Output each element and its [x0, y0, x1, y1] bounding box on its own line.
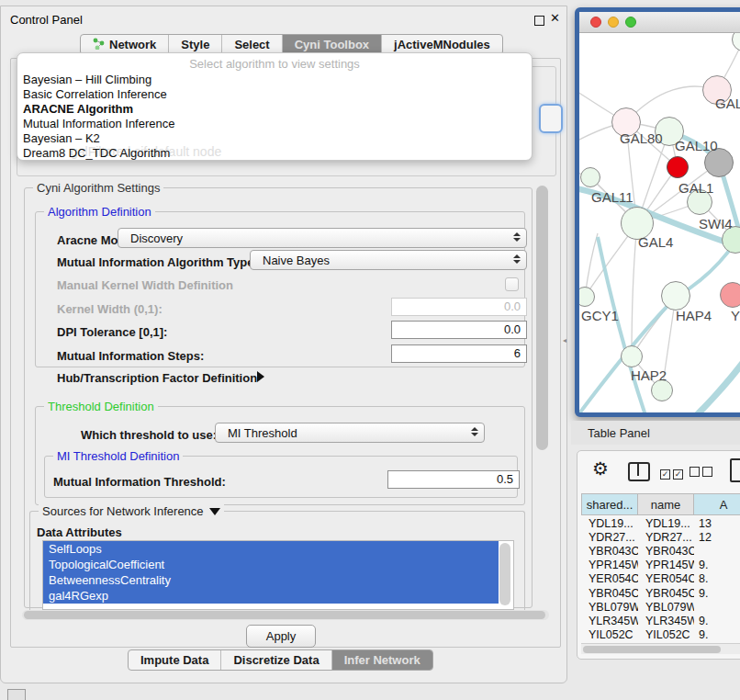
node-gal11[interactable] [580, 167, 600, 187]
table-cell[interactable]: YPR145W [638, 559, 694, 571]
columns-icon[interactable] [628, 462, 650, 481]
hub-definition-label: Hub/Transcription Factor Definition [57, 371, 257, 385]
mi-type-combo[interactable]: Naive Bayes [250, 250, 527, 270]
node-label-y: Y [731, 308, 740, 323]
close-icon[interactable]: ✕ [550, 11, 560, 25]
table-row[interactable]: YLR345WYLR345W9. [581, 614, 740, 627]
apply-button[interactable]: Apply [246, 625, 316, 648]
attribute-item[interactable]: BetweennessCentrality [43, 572, 499, 588]
table-cell[interactable]: YDR27... [638, 531, 694, 544]
tab-label: Select [234, 38, 269, 51]
tab-label: Cyni Toolbox [295, 38, 369, 51]
table-cell[interactable]: YPR145W [581, 559, 638, 571]
gear-icon[interactable]: ⚙ [592, 457, 609, 480]
table-panel-titlebar: Table Panel [571, 421, 740, 445]
node-hap4[interactable] [661, 281, 690, 310]
scrollbar-thumb[interactable] [583, 646, 721, 653]
dpi-tolerance-field[interactable]: 0.0 [391, 321, 527, 339]
scrollbar-thumb[interactable] [24, 611, 545, 619]
table-cell[interactable]: 9. [694, 587, 740, 600]
float-window-icon[interactable] [534, 16, 544, 26]
table-cell[interactable]: 8. [694, 572, 740, 585]
table-cell[interactable]: YBL079W [581, 601, 638, 614]
table-cell[interactable]: 9. [694, 615, 740, 627]
list-scrollbar[interactable] [499, 543, 510, 605]
tab-style[interactable]: Style [168, 35, 221, 54]
attribute-item[interactable]: SelfLoops [43, 541, 499, 557]
table-cell[interactable]: YER054C [581, 572, 638, 585]
column-header-shared[interactable]: shared... [581, 493, 638, 515]
table-cell[interactable]: YBR045C [638, 587, 694, 600]
table-cell[interactable]: YER054C [638, 572, 694, 585]
network-canvas[interactable]: GALGAL80GAL10GAL11GAL1SWI4GAL4GCY1HAP4YH… [579, 33, 740, 412]
table-cell[interactable]: 9. [694, 559, 740, 571]
zoom-traffic-light[interactable] [625, 17, 636, 28]
algorithm-option[interactable]: Mutual Information Inference [17, 117, 532, 131]
which-threshold-label: Which threshold to use: [81, 428, 217, 442]
table-horizontal-scrollbar[interactable] [581, 643, 740, 654]
splitter-handle-icon[interactable]: ◂ [563, 336, 566, 344]
table-row[interactable]: YBL079WYBL079W [581, 600, 740, 614]
table-row[interactable]: YBR045CYBR045C9. [581, 586, 740, 600]
table-cell[interactable]: YLR345W [581, 615, 638, 627]
table-cell[interactable]: YDL19... [581, 517, 638, 530]
table-cell[interactable]: YBR043C [638, 545, 694, 558]
column-header-name[interactable]: name [637, 493, 694, 515]
settings-vertical-scrollbar[interactable] [536, 186, 548, 450]
algorithm-option[interactable]: Bayesian – Hill Climbing [17, 73, 532, 87]
attribute-item[interactable]: TopologicalCoefficient [43, 557, 499, 572]
expand-right-icon[interactable] [257, 371, 264, 382]
table-cell[interactable]: YDR27... [581, 531, 638, 544]
node-label-hap2: HAP2 [631, 367, 667, 383]
mi-threshold-field[interactable]: 0.5 [387, 470, 520, 489]
algorithm-option[interactable]: Basic Correlation Inference [17, 87, 532, 102]
sources-title-row[interactable]: Sources for Network Inference [39, 504, 224, 518]
select-all-checkboxes-icon[interactable]: ✓✓ [660, 464, 686, 480]
table-cell[interactable]: YLR345W [638, 615, 694, 627]
table-row[interactable]: YPR145WYPR145W9. [581, 559, 740, 572]
mi-threshold-label: Mutual Information Threshold: [53, 475, 226, 489]
minimize-traffic-light[interactable] [608, 17, 619, 28]
table-cell[interactable]: YIL052C [581, 628, 638, 641]
algorithm-option[interactable]: Dream8 DC_TDC Algorithm [17, 146, 532, 161]
bottom-tab-label: Discretize Data [233, 653, 319, 667]
bottom-tab-impute-data[interactable]: Impute Data [129, 650, 220, 670]
table-row[interactable]: YIL052CYIL052C9. [581, 628, 740, 642]
aracne-mode-combo[interactable]: Discovery [118, 228, 527, 248]
table-cell[interactable]: YDL19... [638, 517, 694, 530]
tab-jactivemnodules[interactable]: jActiveMNodules [381, 35, 502, 54]
tab-select[interactable]: Select [221, 35, 281, 54]
network-window-titlebar[interactable] [579, 12, 740, 33]
algorithm-option[interactable]: Bayesian – K2 [17, 131, 532, 146]
node-red[interactable] [667, 156, 689, 178]
tab-network[interactable]: Network [81, 35, 168, 54]
table-row[interactable]: YER054CYER054C8. [581, 572, 740, 586]
tab-label: Network [109, 38, 156, 51]
mi-steps-field[interactable]: 6 [391, 344, 527, 363]
settings-horizontal-scrollbar[interactable] [22, 610, 549, 620]
column-header-A[interactable]: A [693, 493, 740, 515]
data-attributes-label: Data Attributes [37, 525, 122, 539]
table-cell[interactable]: YBR045C [581, 587, 638, 600]
bottom-tab-discretize-data[interactable]: Discretize Data [220, 650, 331, 670]
table-cell[interactable]: YIL052C [638, 628, 694, 641]
tab-cyni-toolbox[interactable]: Cyni Toolbox [282, 35, 381, 54]
table-cell[interactable]: 12 [694, 531, 740, 544]
table-cell[interactable]: YBR043C [581, 545, 638, 558]
document-icon[interactable] [730, 458, 740, 482]
table-cell[interactable]: 9. [694, 628, 740, 641]
table-cell[interactable]: YBL079W [638, 601, 694, 614]
deselect-all-checkboxes-icon[interactable] [690, 464, 715, 480]
minimized-panel-chip[interactable] [7, 689, 26, 700]
algorithm-option[interactable]: ARACNE Algorithm [17, 102, 532, 117]
attribute-item[interactable]: gal4RGexp [43, 588, 499, 604]
table-row[interactable]: YDR27...YDR27...12 [581, 530, 740, 544]
node-salmon[interactable] [720, 282, 740, 308]
node-hap2[interactable] [621, 345, 643, 367]
which-threshold-combo[interactable]: MI Threshold [215, 423, 485, 443]
bottom-tab-infer-network[interactable]: Infer Network [331, 650, 432, 670]
table-cell[interactable]: 13 [694, 517, 740, 530]
table-row[interactable]: YBR043CYBR043C [581, 544, 740, 558]
table-row[interactable]: YDL19...YDL19...13 [581, 516, 740, 530]
close-traffic-light[interactable] [590, 17, 601, 28]
